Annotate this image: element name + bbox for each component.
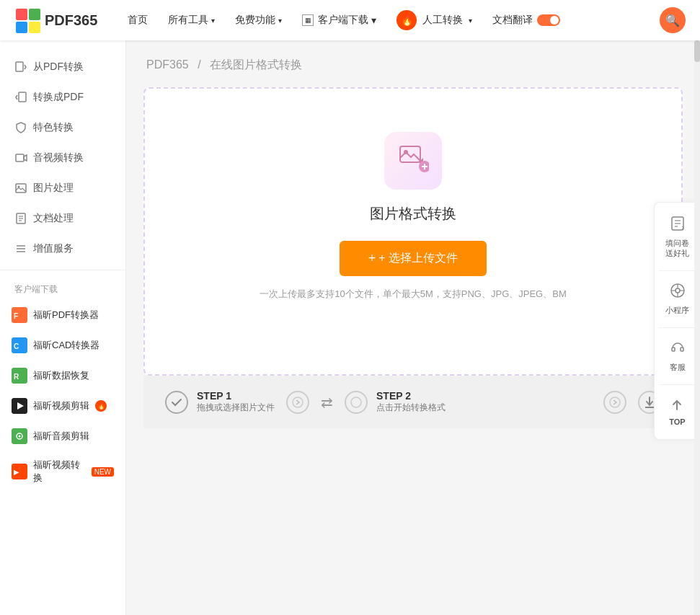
chevron-down-icon: ▾ bbox=[371, 14, 376, 26]
foxitpdf-logo: F bbox=[12, 307, 27, 323]
svg-rect-2 bbox=[16, 22, 27, 33]
swap-icon: ⇄ bbox=[321, 394, 333, 411]
menu-icon bbox=[14, 242, 27, 255]
video-icon bbox=[14, 151, 27, 164]
nav-client-download[interactable]: ▦ 客户端下载 ▾ bbox=[293, 8, 385, 32]
plus-icon: + bbox=[368, 251, 376, 266]
nav-doc-translate[interactable]: 文档翻译 bbox=[484, 8, 569, 32]
document-icon bbox=[14, 212, 27, 225]
miniprogram-label: 小程序 bbox=[665, 305, 689, 316]
foxitaudio-logo bbox=[12, 428, 27, 444]
logo-text: PDF365 bbox=[45, 12, 97, 29]
sidebar: 从PDF转换 转换成PDF 特色转换 音视频转换 图片处理 bbox=[0, 40, 126, 615]
main-nav: 首页 所有工具 ▾ 免费功能 ▾ ▦ 客户端下载 ▾ 🔥 人工转换 ▾ 文档翻译 bbox=[119, 4, 660, 36]
step1-check-icon bbox=[165, 391, 188, 414]
sidebar-client-recovery[interactable]: R 福昕数据恢复 bbox=[0, 360, 125, 391]
questionnaire-button[interactable]: 填问卷送好礼 bbox=[655, 208, 700, 266]
foxitcad-logo: C bbox=[12, 337, 27, 353]
svg-text:▶: ▶ bbox=[14, 469, 19, 476]
foxitrecovery-logo: R bbox=[12, 368, 27, 384]
chevron-down-icon: ▾ bbox=[211, 17, 215, 25]
svg-rect-7 bbox=[16, 184, 26, 193]
logo[interactable]: PDF365 bbox=[14, 7, 97, 33]
sidebar-item-image[interactable]: 图片处理 bbox=[0, 173, 125, 203]
upload-button[interactable]: + + 选择上传文件 bbox=[340, 241, 487, 276]
svg-text:F: F bbox=[14, 312, 18, 320]
miniprogram-button[interactable]: 小程序 bbox=[655, 275, 700, 323]
sidebar-item-special[interactable]: 特色转换 bbox=[0, 112, 125, 143]
svg-rect-6 bbox=[16, 154, 24, 162]
shield-icon bbox=[14, 121, 27, 134]
new-badge: NEW bbox=[92, 467, 114, 477]
nav-manual-convert[interactable]: 🔥 人工转换 ▾ bbox=[388, 4, 481, 36]
header: PDF365 首页 所有工具 ▾ 免费功能 ▾ ▦ 客户端下载 ▾ 🔥 人工转换… bbox=[0, 0, 700, 40]
upload-icon-wrapper bbox=[384, 132, 442, 190]
image-icon bbox=[14, 182, 27, 195]
svg-rect-3 bbox=[29, 22, 40, 33]
search-button[interactable]: 🔍 bbox=[660, 7, 686, 33]
step-1: STEP 1 拖拽或选择图片文件 bbox=[165, 390, 275, 414]
chevron-down-icon: ▾ bbox=[278, 17, 282, 25]
main-content: PDF365 / 在线图片格式转换 图片格式转换 bbox=[126, 40, 700, 615]
search-icon: 🔍 bbox=[665, 14, 680, 27]
sidebar-client-cad[interactable]: C 福昕CAD转换器 bbox=[0, 330, 125, 360]
questionnaire-label: 填问卷送好礼 bbox=[665, 238, 689, 259]
customer-service-label: 客服 bbox=[670, 362, 686, 373]
sidebar-item-doc[interactable]: 文档处理 bbox=[0, 203, 125, 234]
customer-service-button[interactable]: 客服 bbox=[655, 332, 700, 380]
steps-bar: STEP 1 拖拽或选择图片文件 ⇄ STEP 2 点击开始转换格式 bbox=[143, 376, 683, 428]
back-to-top-button[interactable]: TOP bbox=[665, 389, 689, 433]
breadcrumb: PDF365 / 在线图片格式转换 bbox=[143, 58, 683, 73]
sidebar-item-from-pdf[interactable]: 从PDF转换 bbox=[0, 52, 125, 82]
sidebar-client-video-edit[interactable]: 福昕视频剪辑 🔥 bbox=[0, 391, 125, 421]
foxitvideo-convert-logo: ▶ bbox=[12, 464, 27, 479]
page-layout: 从PDF转换 转换成PDF 特色转换 音视频转换 图片处理 bbox=[0, 40, 700, 615]
scrollbar-thumb[interactable] bbox=[694, 40, 700, 62]
step1-info: STEP 1 拖拽或选择图片文件 bbox=[197, 390, 275, 414]
foxitvideo-logo bbox=[12, 398, 27, 414]
svg-point-26 bbox=[19, 435, 21, 438]
client-section-title: 客户端下载 bbox=[0, 276, 125, 300]
sidebar-client-video-convert[interactable]: ▶ 福昕视频转换 NEW bbox=[0, 451, 125, 492]
upload-hint: 一次上传最多支持10个文件，单个最大5M，支持PNG、JPG、JPEG、BM bbox=[260, 288, 566, 301]
sidebar-client-pdf[interactable]: F 福昕PDF转换器 bbox=[0, 300, 125, 330]
svg-rect-5 bbox=[19, 92, 26, 102]
nav-tools[interactable]: 所有工具 ▾ bbox=[159, 8, 223, 32]
monitor-icon: ▦ bbox=[302, 14, 314, 26]
top-label: TOP bbox=[669, 417, 685, 426]
sidebar-item-vip[interactable]: 增值服务 bbox=[0, 234, 125, 264]
panel-divider-2 bbox=[659, 327, 695, 328]
upload-area: 图片格式转换 + + 选择上传文件 一次上传最多支持10个文件，单个最大5M，支… bbox=[143, 87, 683, 376]
svg-point-43 bbox=[675, 288, 680, 293]
miniprogram-icon bbox=[670, 283, 686, 302]
chevron-down-icon: ▾ bbox=[469, 17, 472, 25]
sidebar-divider bbox=[0, 270, 125, 270]
sidebar-item-av-convert[interactable]: 音视频转换 bbox=[0, 143, 125, 173]
top-arrow-icon bbox=[669, 397, 685, 416]
step-2: STEP 2 点击开始转换格式 bbox=[345, 390, 446, 414]
questionnaire-icon bbox=[670, 216, 686, 235]
nav-free[interactable]: 免费功能 ▾ bbox=[226, 8, 291, 32]
svg-rect-0 bbox=[16, 9, 27, 20]
step2-check-icon bbox=[345, 391, 368, 414]
right-floating-panel: 填问卷送好礼 小程序 客服 TOP bbox=[654, 202, 700, 440]
convert-from-pdf-icon bbox=[14, 61, 27, 74]
svg-point-35 bbox=[351, 397, 361, 407]
toggle-switch[interactable] bbox=[537, 14, 560, 26]
svg-rect-1 bbox=[29, 9, 40, 20]
image-convert-icon bbox=[397, 142, 429, 180]
svg-rect-4 bbox=[16, 62, 23, 71]
sidebar-client-audio[interactable]: 福昕音频剪辑 bbox=[0, 421, 125, 451]
convert-to-pdf-icon bbox=[14, 91, 27, 104]
hot-badge: 🔥 bbox=[95, 400, 107, 412]
svg-point-36 bbox=[610, 397, 620, 407]
fire-icon: 🔥 bbox=[396, 10, 417, 30]
scrollbar[interactable] bbox=[694, 40, 700, 615]
panel-divider-3 bbox=[659, 384, 695, 385]
upload-title: 图片格式转换 bbox=[370, 204, 456, 224]
step1-arrow-icon bbox=[286, 391, 309, 414]
sidebar-item-to-pdf[interactable]: 转换成PDF bbox=[0, 82, 125, 112]
step2-info: STEP 2 点击开始转换格式 bbox=[376, 390, 446, 414]
svg-point-34 bbox=[293, 397, 303, 407]
nav-home[interactable]: 首页 bbox=[119, 8, 156, 32]
